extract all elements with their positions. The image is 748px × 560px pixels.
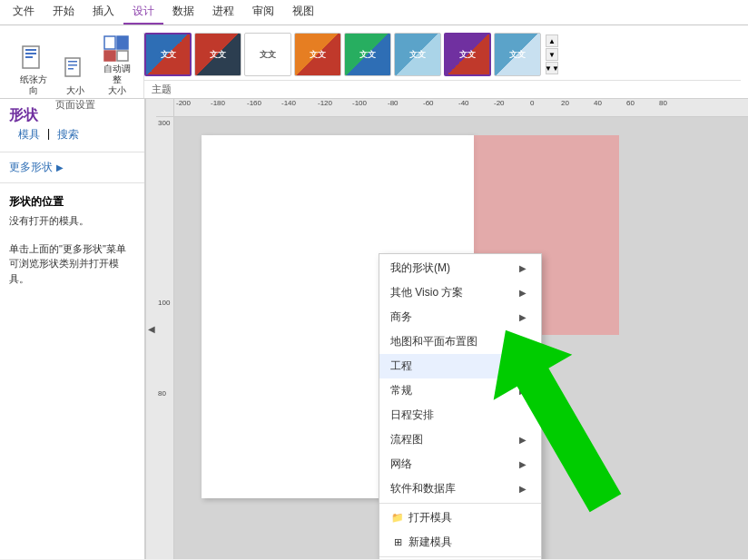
ruler-top-marks: -200 -180 -160 -140 -120 -100 -80 -60 -4… <box>174 99 748 116</box>
page-orientation-icon <box>19 45 48 74</box>
menu-item-maps-label: 地图和平面布置图 <box>390 334 477 349</box>
tab-process[interactable]: 进程 <box>203 0 243 25</box>
tab-review[interactable]: 审阅 <box>243 0 283 25</box>
theme-item-2[interactable]: 文文 <box>194 33 241 76</box>
shape-position-section: 形状的位置 没有打开的模具。 单击上面的"更多形状"菜单可浏览形状类别并打开模具… <box>0 187 144 293</box>
menu-item-my-shapes[interactable]: 我的形状(M) ▶ <box>379 256 541 280</box>
menu-separator-2 <box>379 556 541 557</box>
ribbon-group-theme: 文文 文文 文文 文文 文文 <box>144 29 741 98</box>
svg-rect-7 <box>68 68 74 70</box>
menu-separator-1 <box>379 503 541 504</box>
ribbon-group-page-setup: 纸张方向 大小 <box>7 33 144 98</box>
context-menu: 我的形状(M) ▶ 其他 Visio 方案 ▶ 商务 ▶ 地图和平面布置图 ▶ … <box>379 253 542 559</box>
ruler-mark-minus120: -120 <box>318 99 332 107</box>
menu-item-network[interactable]: 网络 ▶ <box>379 452 541 476</box>
more-shapes-label: 更多形状 <box>9 160 53 175</box>
theme-item-7[interactable]: 文文 <box>444 33 491 76</box>
ribbon: 文件 开始 插入 设计 数据 进程 审阅 视图 纸张方向 大小 <box>0 0 748 99</box>
menu-item-engineering[interactable]: 工程 ▶ <box>379 354 541 378</box>
menu-item-maps[interactable]: 地图和平面布置图 ▶ <box>379 329 541 354</box>
panel-link-sep: | <box>47 127 50 142</box>
auto-size-icon <box>103 34 132 64</box>
tab-data[interactable]: 数据 <box>163 0 203 25</box>
menu-item-other-visio[interactable]: 其他 Visio 方案 ▶ <box>379 280 541 305</box>
canvas-area: -200 -180 -160 -140 -120 -100 -80 -60 -4… <box>156 99 748 559</box>
ruler-left: 300 100 80 <box>156 117 174 559</box>
menu-item-general-label: 常规 <box>390 383 412 398</box>
tab-start[interactable]: 开始 <box>44 0 84 25</box>
menu-item-other-visio-arrow: ▶ <box>519 288 527 298</box>
ruler-mark-minus200: -200 <box>176 99 191 107</box>
ruler-mark-minus180: -180 <box>211 99 225 107</box>
ruler-mark-minus40: -40 <box>458 99 469 107</box>
panel-divider-2 <box>0 182 144 183</box>
menu-item-open-mold[interactable]: 📁 打开模具 <box>379 506 541 530</box>
theme-icon-6: 文文 <box>409 49 426 61</box>
ruler-top: -200 -180 -160 -140 -120 -100 -80 -60 -4… <box>174 99 748 117</box>
menu-item-engineering-label: 工程 <box>390 359 412 374</box>
menu-item-software-label: 软件和数据库 <box>390 481 456 496</box>
panel-link-molds[interactable]: 模具 <box>18 127 40 142</box>
tab-insert[interactable]: 插入 <box>84 0 123 25</box>
page-size-button[interactable]: 大小 <box>56 54 94 98</box>
menu-item-schedule[interactable]: 日程安排 <box>379 403 541 427</box>
panel-divider-1 <box>0 152 144 152</box>
tab-design[interactable]: 设计 <box>123 0 163 25</box>
ruler-mark-minus160: -160 <box>247 99 261 107</box>
svg-rect-8 <box>104 36 115 49</box>
panel-link-search[interactable]: 搜索 <box>57 127 79 142</box>
menu-item-flowchart-arrow: ▶ <box>519 435 527 445</box>
main-layout: 形状 模具 | 搜索 更多形状 ▶ 形状的位置 没有打开的模具。 单击上面的"更… <box>0 99 748 559</box>
ruler-mark-minus80: -80 <box>388 99 399 107</box>
theme-items: 文文 文文 文文 文文 文文 <box>144 29 741 80</box>
menu-item-general[interactable]: 常规 ▶ <box>379 378 541 403</box>
menu-item-open-mold-label: 打开模具 <box>408 510 452 526</box>
svg-rect-9 <box>117 36 128 49</box>
shape-position-text-2: 单击上面的"更多形状"菜单可浏览形状类别并打开模具。 <box>9 241 135 287</box>
menu-item-software[interactable]: 软件和数据库 ▶ <box>379 476 541 501</box>
panel-collapse-button[interactable]: ◀ <box>145 99 156 559</box>
menu-item-business-label: 商务 <box>390 309 412 325</box>
svg-rect-1 <box>25 49 36 51</box>
ribbon-tabs: 文件 开始 插入 设计 数据 进程 审阅 视图 <box>0 0 748 25</box>
folder-icon: 📁 <box>390 511 405 526</box>
theme-item-1[interactable]: 文文 <box>144 33 192 76</box>
theme-scroll-down[interactable]: ▼ <box>546 48 558 61</box>
ruler-mark-20: 20 <box>561 99 569 107</box>
more-shapes-button[interactable]: 更多形状 ▶ <box>0 156 144 179</box>
theme-group-label: 主题 <box>144 80 741 98</box>
menu-item-flowchart-label: 流程图 <box>390 432 423 447</box>
menu-item-other-visio-label: 其他 Visio 方案 <box>390 285 463 300</box>
theme-scroll-more[interactable]: ▼▼ <box>546 62 558 74</box>
auto-size-button[interactable]: 自动调整大小 <box>98 33 136 98</box>
theme-scroll-up[interactable]: ▲ <box>546 34 558 47</box>
theme-icon-2: 文文 <box>210 49 226 61</box>
left-panel: 形状 模具 | 搜索 更多形状 ▶ 形状的位置 没有打开的模具。 单击上面的"更… <box>0 99 145 559</box>
theme-item-4[interactable]: 文文 <box>294 33 341 76</box>
svg-rect-5 <box>68 61 77 63</box>
page-orientation-button[interactable]: 纸张方向 <box>15 44 53 98</box>
menu-item-flowchart[interactable]: 流程图 ▶ <box>379 427 541 452</box>
theme-item-6[interactable]: 文文 <box>394 33 441 76</box>
theme-icon-7: 文文 <box>459 49 476 61</box>
menu-item-general-arrow: ▶ <box>519 386 527 396</box>
menu-item-my-shapes-arrow: ▶ <box>519 263 527 273</box>
shape-position-title: 形状的位置 <box>9 194 135 210</box>
shape-position-text-1: 没有打开的模具。 <box>9 213 135 229</box>
menu-item-business[interactable]: 商务 ▶ <box>379 305 541 329</box>
menu-item-network-label: 网络 <box>390 457 412 472</box>
svg-rect-10 <box>104 51 115 61</box>
tab-view[interactable]: 视图 <box>283 0 323 25</box>
ruler-mark-0: 0 <box>530 99 534 107</box>
theme-item-8[interactable]: 文文 <box>494 33 541 76</box>
ruler-mark-left-100: 100 <box>158 299 170 307</box>
theme-item-5[interactable]: 文文 <box>344 33 391 76</box>
tab-file[interactable]: 文件 <box>4 0 44 25</box>
theme-item-3[interactable]: 文文 <box>244 33 291 76</box>
menu-item-new-mold[interactable]: ⊞ 新建模具 <box>379 530 541 555</box>
page-setup-items: 纸张方向 大小 <box>15 33 136 98</box>
ruler-mark-40: 40 <box>594 99 602 107</box>
theme-icon-8: 文文 <box>509 49 526 61</box>
menu-item-schedule-label: 日程安排 <box>390 408 434 423</box>
menu-item-maps-arrow: ▶ <box>519 337 527 347</box>
